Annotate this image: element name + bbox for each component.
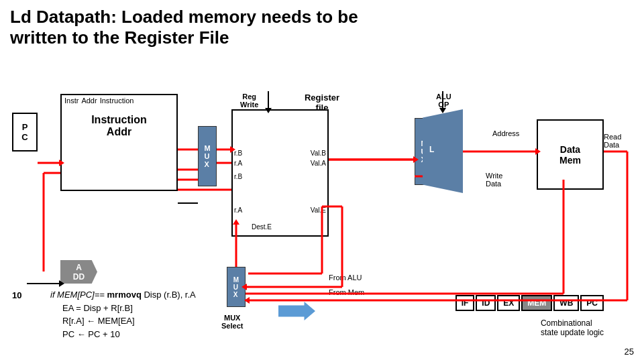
vala-label: Val.A [311,160,326,167]
reg-write-label: Reg Write [240,93,258,109]
rb2-label: r.B [234,173,242,180]
stage-ex: EX [497,295,520,311]
combinational-logic-label: Combinational state update logic [541,318,604,337]
stage-id: ID [476,295,496,311]
instr-addr-labels: Instr Addr Instruction [62,95,176,106]
code-rra-line: R[r.A] ← MEM[EA] [50,314,196,328]
page-number: 25 [625,347,634,357]
regfile-ports: r.B r.A r.B r.A Val.B Val.A Val.E Dest.E [231,109,329,237]
title-line1: Ld Datapath: Loaded memory needs to be w… [0,0,644,48]
mux1-block: M U X [198,126,217,186]
write-data-label: Write Data [486,172,502,188]
instruction-mem-block: Instr Addr Instruction Instruction Addr [60,94,178,191]
address-label: Address [492,129,519,137]
add-block: A DD [60,260,97,284]
code-pc-line: PC ← PC + 10 [50,328,196,341]
code-block: if MEM[PC]== mrmovq Disp (r.B), r.A EA =… [50,288,196,341]
mux-select-label: MUX Select [221,314,243,330]
from-mem-label: From Mem [329,288,364,296]
instr-mem-main-label: Instruction Addr [62,106,176,138]
pipeline-stages: IF ID EX MEM WB PC [455,295,604,311]
code-ea-line: EA = Disp + R[r.B] [50,302,196,315]
valb-label: Val.B [311,149,326,157]
deste-label: Dest.E [252,223,272,231]
data-mem-block: Data Mem [537,119,604,190]
stage-wb: WB [553,295,579,311]
ra-label: r.A [234,160,242,167]
alu-op-label: ALU OP [436,93,451,109]
ten-label: 10 [12,290,21,300]
read-data-label: Read Data [604,133,621,149]
code-if-line: if MEM[PC]== mrmovq Disp (r.B), r.A [50,288,196,302]
stage-pc: PC [580,295,604,311]
pc-box: P C [12,113,38,152]
from-alu-label: From ALU [329,274,362,282]
mux3-block: M U X [227,267,246,307]
stage-if: IF [455,295,475,311]
rb-label: r.B [234,149,242,157]
alu-label: L [426,145,434,154]
stage-mem: MEM [521,295,552,311]
vale-label: Val.E [311,206,326,214]
ra2-label: r.A [234,206,242,214]
